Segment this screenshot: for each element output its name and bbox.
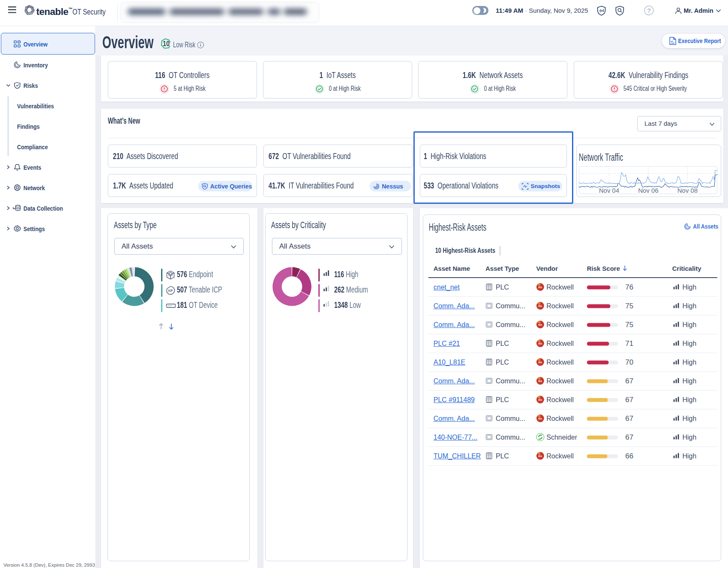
svg-text:RA: RA bbox=[538, 342, 542, 345]
svg-text:RA: RA bbox=[538, 304, 542, 307]
svg-text:RA: RA bbox=[538, 323, 542, 326]
svg-text:RA: RA bbox=[538, 417, 542, 420]
svg-text:RA: RA bbox=[538, 398, 542, 401]
svg-text:RA: RA bbox=[538, 455, 542, 458]
svg-text:RA: RA bbox=[538, 380, 542, 383]
svg-text:RA: RA bbox=[538, 286, 542, 289]
svg-text:ICP: ICP bbox=[168, 289, 173, 292]
svg-text:RA: RA bbox=[538, 361, 542, 364]
